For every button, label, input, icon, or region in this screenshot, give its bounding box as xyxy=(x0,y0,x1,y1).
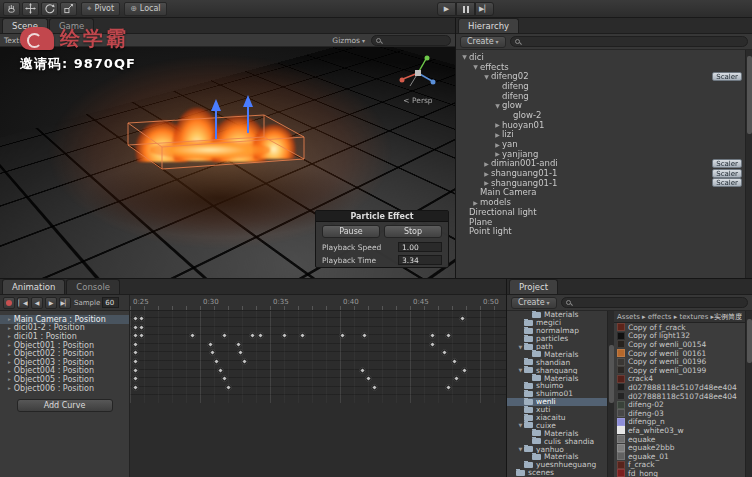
tab-project[interactable]: Project xyxy=(509,279,558,294)
expander-icon[interactable]: ▸ xyxy=(8,342,11,348)
expander-icon[interactable]: ▼ xyxy=(471,63,480,70)
keyframe-diamond[interactable] xyxy=(138,315,145,322)
project-folder[interactable]: Materials xyxy=(507,453,607,461)
project-folder[interactable]: ▼path xyxy=(507,343,607,351)
hierarchy-item[interactable]: Plane xyxy=(456,217,744,227)
keyframe-diamond[interactable] xyxy=(241,358,248,365)
expander-icon[interactable]: ▸ xyxy=(8,325,11,331)
keyframe-diamond[interactable] xyxy=(221,375,228,382)
expander-icon[interactable]: ▼ xyxy=(517,422,524,428)
step-button[interactable]: ▶▏ xyxy=(475,2,494,16)
tab-console[interactable]: Console xyxy=(66,279,120,294)
hierarchy-item[interactable]: ▶dimian001-andiScaler xyxy=(456,159,744,169)
hierarchy-item[interactable]: ▶shanguang01-1Scaler xyxy=(456,178,744,188)
expander-icon[interactable]: ▶ xyxy=(471,199,480,206)
expander-icon[interactable]: ▶ xyxy=(493,141,502,148)
hierarchy-item[interactable]: ▶lizi xyxy=(456,130,744,140)
keyframe-diamond[interactable] xyxy=(209,349,216,356)
expander-icon[interactable]: ▶ xyxy=(493,131,502,138)
hierarchy-item[interactable]: ▶yanjiang xyxy=(456,149,744,159)
hierarchy-item[interactable]: Point light xyxy=(456,226,744,236)
keyframe-diamond[interactable] xyxy=(189,332,196,339)
keyframe-diamond[interactable] xyxy=(461,367,468,374)
project-folder[interactable]: Materials xyxy=(507,350,607,358)
keyframe-diamond[interactable] xyxy=(249,332,256,339)
asset-item[interactable]: difeng-03 xyxy=(614,409,745,418)
expander-icon[interactable]: ▶ xyxy=(493,150,502,157)
asset-item[interactable]: fd_hong xyxy=(614,469,745,477)
asset-item[interactable]: Copy of f_crack xyxy=(614,323,745,332)
hierarchy-item[interactable]: ▶yan xyxy=(456,139,744,149)
keyframe-diamond[interactable] xyxy=(359,367,366,374)
assets-scrollbar[interactable] xyxy=(745,311,752,477)
expander-icon[interactable]: ▸ xyxy=(8,351,11,357)
keyframe-diamond[interactable] xyxy=(371,384,378,391)
particle-stop-button[interactable]: Stop xyxy=(384,225,442,238)
project-folder[interactable]: xuti xyxy=(507,406,607,414)
keyframe-diamond[interactable] xyxy=(132,349,139,356)
project-folder[interactable]: yuesnhueguang xyxy=(507,461,607,469)
scene-viewport[interactable]: < Persp Particle Effect Pause Stop Playb… xyxy=(0,47,455,278)
expander-icon[interactable]: ▸ xyxy=(8,333,11,339)
hierarchy-item[interactable]: ▶shanguang01-1Scaler xyxy=(456,168,744,178)
keyframe-diamond[interactable] xyxy=(451,358,458,365)
project-folder[interactable]: shandian xyxy=(507,358,607,366)
hierarchy-item[interactable]: difeng xyxy=(456,81,744,91)
keyframe-diamond[interactable] xyxy=(429,341,436,348)
animation-track[interactable]: ▸Object004 : Position xyxy=(0,367,129,376)
animation-track[interactable]: ▸Object002 : Position xyxy=(0,349,129,358)
keyframe-diamond[interactable] xyxy=(235,341,242,348)
keyframe-diamond[interactable] xyxy=(138,324,145,331)
folders-scrollbar[interactable] xyxy=(607,311,614,477)
asset-item[interactable]: Copy of wenli_00199 xyxy=(614,366,745,375)
scale-tool-button[interactable] xyxy=(60,2,77,16)
animation-track[interactable]: ▸Object003 : Position xyxy=(0,358,129,367)
keyframe-diamond[interactable] xyxy=(299,332,306,339)
keyframe-diamond[interactable] xyxy=(225,384,232,391)
hierarchy-create-button[interactable]: Create▾ xyxy=(460,36,506,48)
expander-icon[interactable]: ▸ xyxy=(8,316,11,322)
project-folder[interactable]: ▼yanhuo xyxy=(507,445,607,453)
expander-icon[interactable]: ▼ xyxy=(517,344,524,350)
animation-track[interactable]: ▸Object005 : Position xyxy=(0,375,129,384)
orientation-gizmo[interactable]: < Persp xyxy=(395,53,441,105)
project-folder[interactable]: normalmap xyxy=(507,327,607,335)
pause-button[interactable] xyxy=(456,2,475,16)
asset-item[interactable]: efa_white03_w xyxy=(614,426,745,435)
keyframe-diamond[interactable] xyxy=(132,358,139,365)
project-folder[interactable]: culis_shandia xyxy=(507,437,607,445)
project-folder[interactable]: Materials xyxy=(507,374,607,382)
project-folder[interactable]: megici xyxy=(507,319,607,327)
dopesheet-grid[interactable] xyxy=(130,311,506,403)
hierarchy-item[interactable]: ▼difeng02Scaler xyxy=(456,71,744,81)
asset-item[interactable]: Copy of light132 xyxy=(614,332,745,341)
asset-item[interactable]: d027888118c5107d48ee404 xyxy=(614,392,745,401)
expander-icon[interactable]: ▶ xyxy=(493,121,502,128)
keyframe-diamond[interactable] xyxy=(441,349,448,356)
asset-item[interactable]: Copy of wenli_00196 xyxy=(614,357,745,366)
keyframe-diamond[interactable] xyxy=(138,332,145,339)
expander-icon[interactable]: ▸ xyxy=(8,359,11,365)
hierarchy-item[interactable]: ▼effects xyxy=(456,62,744,72)
expander-icon[interactable]: ▸ xyxy=(8,376,11,382)
asset-item[interactable]: f_crack xyxy=(614,461,745,470)
hierarchy-item[interactable]: ▶models xyxy=(456,197,744,207)
keyframe-diamond[interactable] xyxy=(132,375,139,382)
keyframe-diamond[interactable] xyxy=(361,332,368,339)
hierarchy-search-input[interactable] xyxy=(510,36,748,47)
gizmos-dropdown[interactable]: Gizmos▾ xyxy=(332,36,365,45)
play-animation-button[interactable]: ▶ xyxy=(45,297,57,309)
keyframe-diamond[interactable] xyxy=(453,375,460,382)
keyframe-diamond[interactable] xyxy=(257,332,264,339)
hierarchy-item[interactable]: ▼dici xyxy=(456,52,744,62)
record-button[interactable] xyxy=(3,297,15,309)
particle-pause-button[interactable]: Pause xyxy=(322,225,380,238)
project-folder[interactable]: xiacaitu xyxy=(507,414,607,422)
animation-track[interactable]: ▸Main Camera : Position xyxy=(0,315,129,324)
persp-label[interactable]: < Persp xyxy=(395,96,441,105)
asset-item[interactable]: d027888118c5107d48ee404 xyxy=(614,383,745,392)
add-curve-button[interactable]: Add Curve xyxy=(17,399,113,412)
keyframe-diamond[interactable] xyxy=(207,341,214,348)
keyframe-diamond[interactable] xyxy=(445,332,452,339)
asset-item[interactable]: difeng-02 xyxy=(614,400,745,409)
